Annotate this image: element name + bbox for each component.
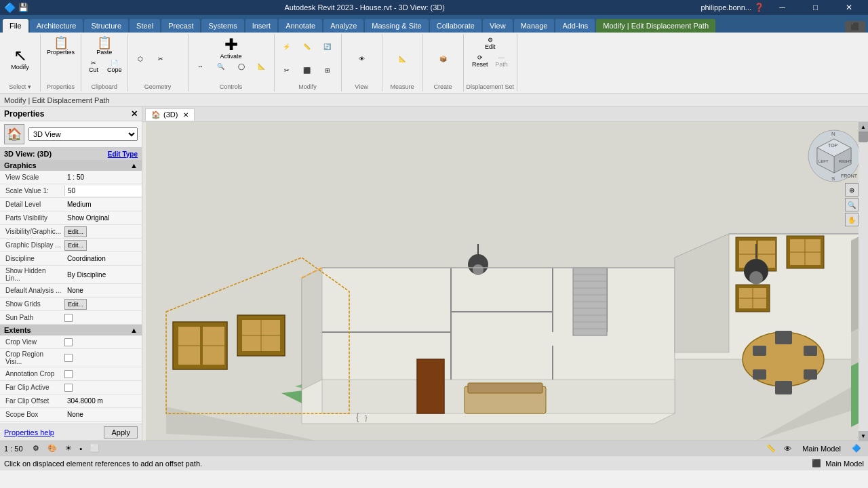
tab-insert[interactable]: Insert bbox=[245, 19, 278, 33]
paste-button[interactable]: 📋 Paste bbox=[94, 35, 115, 57]
tab-file[interactable]: File bbox=[3, 19, 28, 33]
prop-detail-level: Detail Level Medium bbox=[0, 198, 142, 211]
tab-precast[interactable]: Precast bbox=[161, 19, 200, 33]
section-extents[interactable]: Extents ▲ bbox=[0, 325, 142, 336]
tab-annotate[interactable]: Annotate bbox=[279, 19, 322, 33]
help-icon[interactable]: ❓ bbox=[754, 3, 764, 12]
properties-help-link[interactable]: Properties help bbox=[4, 428, 54, 436]
tab-view[interactable]: View bbox=[483, 19, 513, 33]
path-displacement-btn[interactable]: — Path bbox=[492, 53, 511, 69]
thin-lines-button[interactable]: 📏 bbox=[764, 443, 778, 453]
array-button[interactable]: ⊞ bbox=[318, 66, 337, 75]
view-settings-button[interactable]: ⚙ bbox=[30, 443, 42, 453]
svg-rect-41 bbox=[417, 359, 444, 413]
minimize-button[interactable]: ─ bbox=[767, 0, 797, 15]
edit-displacement-btn[interactable]: ⚙ Edit bbox=[481, 35, 500, 52]
main-layout: Properties ✕ 🏠 3D View 3D View: (3D) Edi… bbox=[0, 107, 868, 441]
modify-button[interactable]: ↖ Modify bbox=[7, 46, 34, 72]
crop-view-checkbox[interactable] bbox=[64, 338, 73, 346]
annotation-crop-checkbox[interactable] bbox=[64, 370, 73, 378]
cut-icon: ✂ bbox=[91, 60, 96, 66]
hide-elements-button[interactable]: 👁 bbox=[781, 444, 794, 453]
prop-view-scale: View Scale 1 : 50 bbox=[0, 171, 142, 184]
prop-crop-region-visibility: Crop Region Visi... bbox=[0, 349, 142, 367]
svg-text:LEFT: LEFT bbox=[818, 159, 829, 163]
tab-steel[interactable]: Steel bbox=[130, 19, 160, 33]
properties-btn[interactable]: 📋 Properties bbox=[44, 35, 77, 57]
view-mode-toggle[interactable]: ⬛ bbox=[845, 21, 865, 33]
show-grids-edit-button[interactable]: Edit... bbox=[64, 299, 87, 310]
viewport-scrollbar[interactable]: ▼ ▲ bbox=[859, 122, 868, 441]
visual-style-button[interactable]: 🎨 bbox=[45, 443, 60, 453]
type-dropdown[interactable]: 3D View bbox=[28, 127, 138, 141]
move-button[interactable]: ↔ bbox=[191, 62, 210, 71]
title-bar: 🔷 💾 Autodesk Revit 2023 - House.rvt - 3D… bbox=[0, 0, 868, 15]
graphic-display-edit-button[interactable]: Edit... bbox=[64, 240, 87, 251]
viewport-canvas[interactable]: { } TOP RIGHT bbox=[142, 122, 868, 441]
reset-view-button[interactable]: ◯ bbox=[232, 62, 251, 71]
offset-button[interactable]: 📏 bbox=[298, 42, 317, 52]
cut-geo-button[interactable]: ✂ bbox=[151, 54, 170, 64]
ribbon-group-geometry: ⬡ ✂ Geometry bbox=[128, 34, 189, 92]
measure-btn[interactable]: 📐 bbox=[393, 54, 412, 64]
split-button[interactable]: ⬛ bbox=[298, 66, 317, 75]
tab-systems[interactable]: Systems bbox=[201, 19, 243, 33]
visibility-graphic-edit-button[interactable]: Edit... bbox=[64, 226, 87, 237]
viewport-tab-close[interactable]: ✕ bbox=[183, 111, 189, 119]
worksets-button[interactable]: 🔷 bbox=[849, 443, 864, 453]
tab-analyze[interactable]: Analyze bbox=[323, 19, 363, 33]
section-extents-collapse: ▲ bbox=[130, 326, 138, 334]
tab-structure[interactable]: Structure bbox=[84, 19, 128, 33]
properties-close-button[interactable]: ✕ bbox=[131, 109, 138, 119]
mirror-button[interactable]: 🔄 bbox=[318, 42, 337, 52]
tab-manage[interactable]: Manage bbox=[514, 19, 555, 33]
viewport-tab-3d[interactable]: 🏠 (3D) ✕ bbox=[145, 108, 195, 121]
maximize-button[interactable]: □ bbox=[800, 0, 831, 15]
prop-annotation-crop: Annotation Crop bbox=[0, 367, 142, 381]
zoom-button[interactable]: 🔍 bbox=[845, 198, 859, 211]
close-button[interactable]: ✕ bbox=[833, 0, 864, 15]
tab-modify-displacement[interactable]: Modify | Edit Displacement Path bbox=[596, 19, 715, 33]
ribbon-tabs: File Architecture Structure Steel Precas… bbox=[0, 15, 868, 33]
view-btn[interactable]: 👁 bbox=[352, 54, 371, 64]
quick-access-save[interactable]: 💾 bbox=[18, 3, 28, 12]
tab-addins[interactable]: Add-Ins bbox=[555, 19, 595, 33]
reset-displacement-btn[interactable]: ⟳ Reset bbox=[469, 53, 491, 69]
cut-button[interactable]: ✂ Cut bbox=[84, 58, 103, 75]
edit-type-button[interactable]: Edit Type bbox=[108, 150, 138, 158]
align-button[interactable]: ⚡ bbox=[277, 42, 296, 52]
modify-icon: ↖ bbox=[14, 47, 27, 64]
ribbon-group-modify: ⚡ 📏 🔄 ✂ ⬛ ⊞ Modify bbox=[275, 34, 342, 92]
section-graphics[interactable]: Graphics ▲ bbox=[0, 160, 142, 171]
create-btn[interactable]: 📦 bbox=[433, 54, 452, 64]
trim-icon: ✂ bbox=[284, 67, 290, 74]
join-button[interactable]: ⬡ bbox=[131, 54, 150, 64]
activate-icon: ✚ bbox=[224, 37, 238, 53]
tab-collaborate[interactable]: Collaborate bbox=[430, 19, 481, 33]
copy-button[interactable]: 📄 Cope bbox=[104, 58, 125, 75]
sun-settings-button[interactable]: ☀ bbox=[62, 443, 75, 453]
prop-far-clip-active: Far Clip Active bbox=[0, 381, 142, 394]
active-workset-indicator: ⬛ bbox=[812, 459, 821, 468]
array-icon: ⊞ bbox=[325, 67, 330, 74]
tab-massing[interactable]: Massing & Site bbox=[365, 19, 428, 33]
modify-group-label: Modify bbox=[298, 83, 317, 90]
prop-scope-box: Scope Box None bbox=[0, 408, 142, 422]
zoom-all-button[interactable]: ⊕ bbox=[845, 183, 859, 197]
bottom-toolbar: 1 : 50 ⚙ 🎨 ☀ ▪ ⬜ 📏 👁 Main Model 🔷 bbox=[0, 441, 868, 455]
far-clip-active-checkbox[interactable] bbox=[64, 384, 73, 392]
trim-button[interactable]: ✂ bbox=[277, 66, 296, 75]
crop-region-checkbox[interactable] bbox=[64, 354, 73, 362]
shadows-button[interactable]: ▪ bbox=[77, 444, 85, 453]
view-cube[interactable]: TOP RIGHT LEFT N S FRONT bbox=[807, 129, 861, 183]
pan-button[interactable]: ✋ bbox=[845, 213, 859, 226]
ruler-button[interactable]: 📐 bbox=[252, 62, 271, 71]
apply-button[interactable]: Apply bbox=[104, 426, 138, 439]
prop-crop-view: Crop View bbox=[0, 336, 142, 349]
crop-region-button[interactable]: ⬜ bbox=[87, 443, 102, 453]
activate-button[interactable]: ✚ Activate bbox=[218, 35, 245, 61]
paste-icon: 📋 bbox=[97, 37, 112, 49]
tab-architecture[interactable]: Architecture bbox=[30, 19, 83, 33]
orbit-button[interactable]: 🔍 bbox=[212, 62, 231, 71]
sun-path-checkbox[interactable] bbox=[64, 314, 73, 322]
